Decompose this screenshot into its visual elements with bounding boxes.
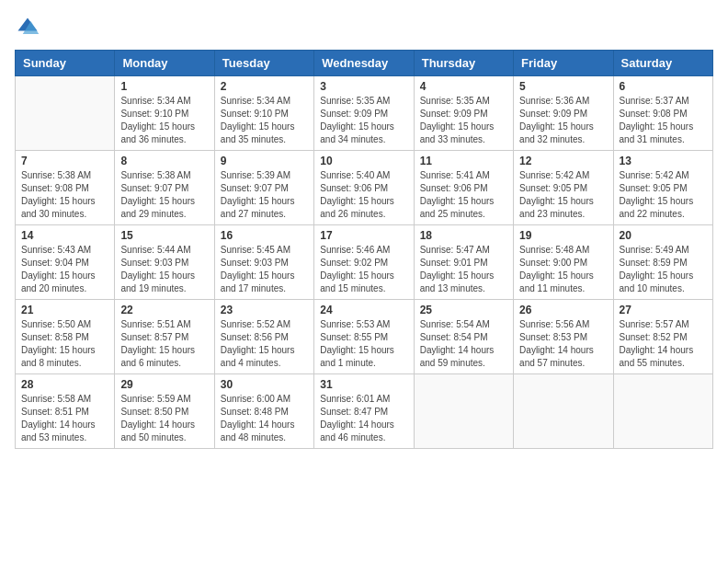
day-info: Sunrise: 5:42 AM Sunset: 9:05 PM Dayligh… [519, 169, 607, 221]
calendar-cell: 22Sunrise: 5:51 AM Sunset: 8:57 PM Dayli… [115, 300, 214, 374]
calendar-cell [16, 76, 115, 151]
day-number: 1 [120, 80, 208, 93]
day-info: Sunrise: 6:01 AM Sunset: 8:47 PM Dayligh… [320, 393, 407, 444]
day-number: 26 [519, 304, 607, 316]
header-tuesday: Tuesday [214, 51, 313, 76]
day-number: 6 [620, 80, 707, 93]
calendar-cell: 20Sunrise: 5:49 AM Sunset: 8:59 PM Dayli… [613, 225, 712, 300]
day-number: 8 [120, 155, 208, 167]
day-info: Sunrise: 5:36 AM Sunset: 9:09 PM Dayligh… [519, 95, 607, 146]
day-info: Sunrise: 5:47 AM Sunset: 9:01 PM Dayligh… [420, 244, 507, 295]
day-info: Sunrise: 5:53 AM Sunset: 8:55 PM Dayligh… [320, 318, 407, 370]
day-number: 25 [420, 304, 507, 316]
calendar-cell: 31Sunrise: 6:01 AM Sunset: 8:47 PM Dayli… [314, 374, 414, 449]
calendar-cell: 3Sunrise: 5:35 AM Sunset: 9:09 PM Daylig… [314, 76, 414, 151]
day-info: Sunrise: 5:34 AM Sunset: 9:10 PM Dayligh… [221, 95, 308, 146]
day-info: Sunrise: 5:41 AM Sunset: 9:06 PM Dayligh… [420, 169, 507, 221]
day-number: 15 [120, 229, 208, 242]
calendar-cell [414, 374, 513, 449]
page-header [15, 15, 713, 40]
calendar-cell: 9Sunrise: 5:39 AM Sunset: 9:07 PM Daylig… [214, 151, 313, 225]
day-info: Sunrise: 5:43 AM Sunset: 9:04 PM Dayligh… [21, 244, 108, 295]
header-friday: Friday [514, 51, 613, 76]
calendar-cell: 25Sunrise: 5:54 AM Sunset: 8:54 PM Dayli… [414, 300, 513, 374]
day-info: Sunrise: 5:38 AM Sunset: 9:07 PM Dayligh… [120, 169, 208, 221]
day-info: Sunrise: 5:54 AM Sunset: 8:54 PM Dayligh… [420, 318, 507, 370]
calendar-cell: 15Sunrise: 5:44 AM Sunset: 9:03 PM Dayli… [115, 225, 214, 300]
day-info: Sunrise: 5:42 AM Sunset: 9:05 PM Dayligh… [620, 169, 707, 221]
calendar-cell: 7Sunrise: 5:38 AM Sunset: 9:08 PM Daylig… [16, 151, 115, 225]
calendar-cell [514, 374, 613, 449]
day-number: 18 [420, 229, 507, 242]
day-number: 14 [21, 229, 108, 242]
day-info: Sunrise: 5:57 AM Sunset: 8:52 PM Dayligh… [620, 318, 707, 370]
day-info: Sunrise: 5:38 AM Sunset: 9:08 PM Dayligh… [21, 169, 108, 221]
day-info: Sunrise: 5:46 AM Sunset: 9:02 PM Dayligh… [320, 244, 407, 295]
day-number: 9 [221, 155, 308, 167]
day-info: Sunrise: 5:37 AM Sunset: 9:08 PM Dayligh… [620, 95, 707, 146]
calendar-cell: 23Sunrise: 5:52 AM Sunset: 8:56 PM Dayli… [214, 300, 313, 374]
calendar-cell: 2Sunrise: 5:34 AM Sunset: 9:10 PM Daylig… [214, 76, 313, 151]
calendar-cell: 17Sunrise: 5:46 AM Sunset: 9:02 PM Dayli… [314, 225, 414, 300]
calendar-cell: 11Sunrise: 5:41 AM Sunset: 9:06 PM Dayli… [414, 151, 513, 225]
calendar-week-4: 21Sunrise: 5:50 AM Sunset: 8:58 PM Dayli… [16, 300, 713, 374]
calendar-cell: 12Sunrise: 5:42 AM Sunset: 9:05 PM Dayli… [514, 151, 613, 225]
day-info: Sunrise: 5:52 AM Sunset: 8:56 PM Dayligh… [221, 318, 308, 370]
calendar-cell: 28Sunrise: 5:58 AM Sunset: 8:51 PM Dayli… [16, 374, 115, 449]
day-number: 22 [120, 304, 208, 316]
calendar-cell: 29Sunrise: 5:59 AM Sunset: 8:50 PM Dayli… [115, 374, 214, 449]
day-number: 29 [120, 378, 208, 391]
day-number: 2 [221, 80, 308, 93]
calendar-cell: 1Sunrise: 5:34 AM Sunset: 9:10 PM Daylig… [115, 76, 214, 151]
day-number: 23 [221, 304, 308, 316]
calendar-header-row: SundayMondayTuesdayWednesdayThursdayFrid… [16, 51, 713, 76]
day-info: Sunrise: 5:59 AM Sunset: 8:50 PM Dayligh… [120, 393, 208, 444]
calendar-cell: 19Sunrise: 5:48 AM Sunset: 9:00 PM Dayli… [514, 225, 613, 300]
day-info: Sunrise: 5:50 AM Sunset: 8:58 PM Dayligh… [21, 318, 108, 370]
logo-icon [15, 15, 40, 40]
day-info: Sunrise: 5:58 AM Sunset: 8:51 PM Dayligh… [21, 393, 108, 444]
calendar-cell: 8Sunrise: 5:38 AM Sunset: 9:07 PM Daylig… [115, 151, 214, 225]
calendar-cell: 26Sunrise: 5:56 AM Sunset: 8:53 PM Dayli… [514, 300, 613, 374]
day-info: Sunrise: 5:34 AM Sunset: 9:10 PM Dayligh… [120, 95, 208, 146]
header-sunday: Sunday [16, 51, 115, 76]
header-saturday: Saturday [613, 51, 712, 76]
logo [15, 15, 44, 40]
header-wednesday: Wednesday [314, 51, 414, 76]
day-number: 27 [620, 304, 707, 316]
day-number: 28 [21, 378, 108, 391]
day-number: 30 [221, 378, 308, 391]
calendar-week-2: 7Sunrise: 5:38 AM Sunset: 9:08 PM Daylig… [16, 151, 713, 225]
day-number: 19 [519, 229, 607, 242]
day-info: Sunrise: 6:00 AM Sunset: 8:48 PM Dayligh… [221, 393, 308, 444]
day-number: 16 [221, 229, 308, 242]
day-number: 12 [519, 155, 607, 167]
header-thursday: Thursday [414, 51, 513, 76]
day-number: 4 [420, 80, 507, 93]
calendar-cell: 24Sunrise: 5:53 AM Sunset: 8:55 PM Dayli… [314, 300, 414, 374]
day-info: Sunrise: 5:44 AM Sunset: 9:03 PM Dayligh… [120, 244, 208, 295]
calendar-cell: 10Sunrise: 5:40 AM Sunset: 9:06 PM Dayli… [314, 151, 414, 225]
day-number: 20 [620, 229, 707, 242]
calendar-cell: 27Sunrise: 5:57 AM Sunset: 8:52 PM Dayli… [613, 300, 712, 374]
calendar-cell: 16Sunrise: 5:45 AM Sunset: 9:03 PM Dayli… [214, 225, 313, 300]
day-number: 13 [620, 155, 707, 167]
calendar-cell: 6Sunrise: 5:37 AM Sunset: 9:08 PM Daylig… [613, 76, 712, 151]
day-number: 31 [320, 378, 407, 391]
day-number: 10 [320, 155, 407, 167]
day-number: 21 [21, 304, 108, 316]
day-info: Sunrise: 5:35 AM Sunset: 9:09 PM Dayligh… [320, 95, 407, 146]
day-number: 7 [21, 155, 108, 167]
calendar-cell [613, 374, 712, 449]
calendar-week-1: 1Sunrise: 5:34 AM Sunset: 9:10 PM Daylig… [16, 76, 713, 151]
calendar-cell: 14Sunrise: 5:43 AM Sunset: 9:04 PM Dayli… [16, 225, 115, 300]
header-monday: Monday [115, 51, 214, 76]
calendar-cell: 4Sunrise: 5:35 AM Sunset: 9:09 PM Daylig… [414, 76, 513, 151]
day-info: Sunrise: 5:40 AM Sunset: 9:06 PM Dayligh… [320, 169, 407, 221]
day-info: Sunrise: 5:51 AM Sunset: 8:57 PM Dayligh… [120, 318, 208, 370]
calendar-cell: 21Sunrise: 5:50 AM Sunset: 8:58 PM Dayli… [16, 300, 115, 374]
calendar-cell: 5Sunrise: 5:36 AM Sunset: 9:09 PM Daylig… [514, 76, 613, 151]
day-number: 3 [320, 80, 407, 93]
day-info: Sunrise: 5:39 AM Sunset: 9:07 PM Dayligh… [221, 169, 308, 221]
calendar-table: SundayMondayTuesdayWednesdayThursdayFrid… [15, 50, 713, 449]
